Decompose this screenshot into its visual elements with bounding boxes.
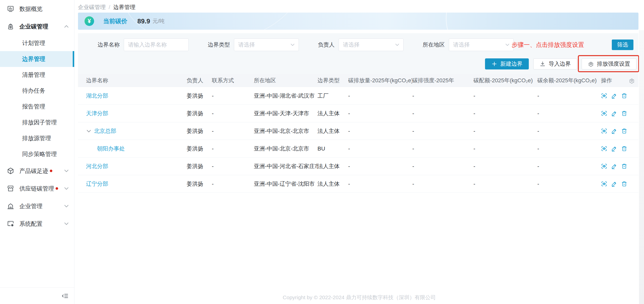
boundary-name-link[interactable]: 辽宁分部 bbox=[86, 180, 108, 188]
emission-intensity-settings-button[interactable]: 排放强度设置 bbox=[582, 58, 636, 69]
view-icon[interactable] bbox=[601, 145, 607, 152]
chevron-down-icon bbox=[64, 221, 69, 226]
select-placeholder: 请选择 bbox=[238, 41, 255, 49]
sidebar-item-system-config[interactable]: 系统配置 bbox=[0, 215, 74, 233]
chevron-up-icon bbox=[64, 24, 69, 29]
delete-icon[interactable] bbox=[621, 128, 627, 134]
breadcrumb-current: 边界管理 bbox=[113, 4, 135, 11]
sidebar-item-enterprise-carbon[interactable]: 企业碳管理 bbox=[0, 18, 74, 35]
sub-item-label: 计划管理 bbox=[22, 39, 45, 47]
sidebar-item-data-overview[interactable]: 数据概览 bbox=[0, 0, 74, 18]
chevron-down-icon bbox=[505, 42, 510, 47]
toolbar: 新建边界 导入边界 排放强度设置 bbox=[78, 58, 638, 69]
view-icon[interactable] bbox=[601, 163, 607, 169]
region-select[interactable]: 请选择 bbox=[449, 39, 514, 51]
view-icon[interactable] bbox=[601, 128, 607, 134]
balance-cell: - bbox=[537, 163, 601, 170]
edit-icon[interactable] bbox=[611, 128, 617, 134]
filter-button[interactable]: 筛选 bbox=[612, 40, 633, 50]
delete-icon[interactable] bbox=[621, 163, 627, 169]
delete-icon[interactable] bbox=[621, 145, 627, 152]
region-cell: 亚洲-中国-天津-天津市 bbox=[254, 110, 317, 117]
button-label: 导入边界 bbox=[549, 60, 571, 68]
row-actions bbox=[601, 163, 629, 169]
table-row: 北京总部 姜洪扬 - 亚洲-中国-北京-北京市 法人主体 - - - - bbox=[78, 122, 638, 140]
sidebar-item-plan-management[interactable]: 计划管理 bbox=[0, 35, 74, 51]
plus-icon bbox=[491, 61, 497, 67]
button-label: 排放强度设置 bbox=[597, 60, 630, 68]
carbon-price-banner: ¥ 当前碳价 89.9 元/吨 bbox=[78, 13, 638, 30]
region-cell: 亚洲-中国-湖北省-武汉市 bbox=[254, 92, 317, 100]
sidebar-item-label: 产品碳足迹 bbox=[19, 167, 48, 175]
boundary-name-input[interactable] bbox=[124, 39, 189, 51]
delete-icon[interactable] bbox=[621, 181, 627, 187]
region-cell: 亚洲-中国-北京-北京市 bbox=[254, 145, 317, 153]
intensity-cell: - bbox=[412, 163, 473, 170]
boundary-name-link[interactable]: 湖北分部 bbox=[86, 92, 108, 100]
gear-icon bbox=[588, 61, 594, 67]
chevron-down-icon bbox=[64, 168, 69, 174]
balance-cell: - bbox=[537, 128, 601, 134]
sidebar-item-report-management[interactable]: 报告管理 bbox=[0, 99, 74, 115]
main-content: 企业碳管理 / 边界管理 ¥ 当前碳价 89.9 元/吨 边界名称 边界类型 请… bbox=[74, 0, 644, 304]
carbon-price-label: 当前碳价 bbox=[103, 17, 127, 25]
sub-item-label: 同步策略管理 bbox=[22, 150, 57, 158]
edit-icon[interactable] bbox=[611, 145, 617, 152]
column-header: 操作 bbox=[601, 77, 629, 84]
building-icon bbox=[7, 202, 14, 210]
column-header: 联系方式 bbox=[212, 77, 254, 84]
carbon-scale-icon bbox=[7, 23, 14, 30]
filter-panel: 边界名称 边界类型 请选择 负责人 请选择 所在地区 请 bbox=[78, 33, 638, 74]
column-header: 边界类型 bbox=[317, 77, 348, 84]
type-cell: 法人主体 bbox=[317, 180, 348, 188]
boundary-name-link[interactable]: 朝阳办事处 bbox=[97, 145, 125, 153]
view-icon[interactable] bbox=[601, 181, 607, 187]
sidebar-item-emission-factor-management[interactable]: 排放因子管理 bbox=[0, 115, 74, 130]
intensity-cell: - bbox=[412, 128, 473, 134]
edit-icon[interactable] bbox=[611, 181, 617, 187]
collapse-sidebar-icon[interactable] bbox=[61, 292, 69, 300]
boundary-name-link[interactable]: 天津分部 bbox=[86, 110, 108, 117]
breadcrumb-parent[interactable]: 企业碳管理 bbox=[78, 4, 106, 11]
view-icon[interactable] bbox=[601, 110, 607, 117]
row-actions bbox=[601, 145, 629, 152]
sidebar-item-todo-tasks[interactable]: 待办任务 bbox=[0, 83, 74, 99]
column-header: 所在地区 bbox=[254, 77, 317, 84]
sidebar-item-emission-source-management[interactable]: 排放源管理 bbox=[0, 130, 74, 146]
new-boundary-button[interactable]: 新建边界 bbox=[485, 58, 529, 69]
emission-cell: - bbox=[348, 110, 412, 117]
filter-row: 边界名称 边界类型 请选择 负责人 请选择 所在地区 请 bbox=[78, 33, 638, 56]
sidebar-item-product-carbon-footprint[interactable]: 产品碳足迹 bbox=[0, 162, 74, 180]
expand-caret-icon[interactable] bbox=[86, 128, 92, 134]
sidebar-item-sync-strategy-management[interactable]: 同步策略管理 bbox=[0, 146, 74, 162]
boundary-name-link[interactable]: 河北分部 bbox=[86, 163, 108, 170]
delete-icon[interactable] bbox=[621, 93, 627, 99]
sidebar-item-label: 企业碳管理 bbox=[19, 23, 64, 30]
boundary-type-select[interactable]: 请选择 bbox=[234, 39, 299, 51]
view-icon[interactable] bbox=[601, 93, 607, 99]
row-actions bbox=[601, 128, 629, 134]
filter-region: 所在地区 请选择 bbox=[423, 39, 514, 51]
import-boundary-button[interactable]: 导入边界 bbox=[533, 58, 577, 69]
sidebar-item-enterprise-management[interactable]: 企业管理 bbox=[0, 197, 74, 215]
annotation-highlight-box: 排放强度设置 bbox=[582, 58, 636, 69]
edit-icon[interactable] bbox=[611, 110, 617, 117]
sidebar-item-inventory-management[interactable]: 清册管理 bbox=[0, 67, 74, 83]
edit-icon[interactable] bbox=[611, 163, 617, 169]
filter-label: 边界类型 bbox=[208, 41, 230, 49]
chevron-down-icon bbox=[395, 42, 400, 47]
scrollbar-gutter[interactable] bbox=[639, 30, 644, 304]
column-settings-gear-icon[interactable] bbox=[629, 78, 635, 84]
filter-boundary-type: 边界类型 请选择 bbox=[208, 39, 299, 51]
column-header: 碳排放量-2025年(kgCO₂e) bbox=[348, 77, 412, 84]
edit-icon[interactable] bbox=[611, 93, 617, 99]
boundary-name-link[interactable]: 北京总部 bbox=[94, 127, 116, 135]
type-cell: 法人主体 bbox=[317, 127, 348, 135]
delete-icon[interactable] bbox=[621, 110, 627, 117]
sidebar-item-supply-chain-carbon[interactable]: 供应链碳管理 bbox=[0, 180, 74, 197]
intensity-cell: - bbox=[412, 110, 473, 117]
sidebar-item-boundary-management[interactable]: 边界管理 bbox=[0, 51, 74, 67]
breadcrumb-separator: / bbox=[109, 4, 110, 11]
system-config-icon bbox=[7, 220, 14, 227]
owner-select[interactable]: 请选择 bbox=[339, 39, 404, 51]
